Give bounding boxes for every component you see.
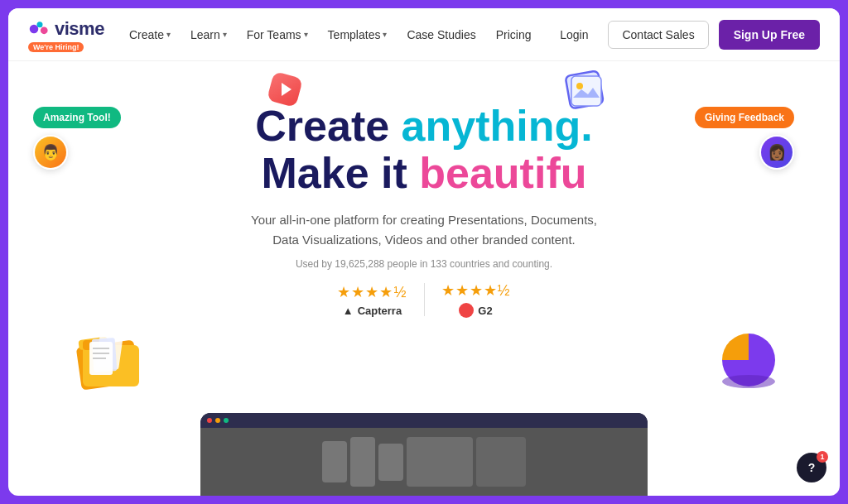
ratings-row: ★★★★½ ▲ Capterra ★★★★½ G2: [337, 281, 510, 318]
browser-frame: visme We're Hiring! Create ▾ Learn ▾ For…: [8, 8, 840, 496]
folder-float: [75, 327, 149, 396]
mock-content-col-1: [322, 441, 347, 482]
svg-point-18: [722, 375, 775, 388]
g2-label: G2: [478, 305, 492, 317]
nav-right: Login Contact Sales Sign Up Free: [550, 20, 820, 50]
mock-content-block: [407, 437, 473, 487]
help-notification-badge: 1: [817, 451, 828, 463]
svg-point-2: [41, 26, 48, 34]
chevron-down-icon: ▾: [223, 30, 227, 39]
navbar: visme We're Hiring! Create ▾ Learn ▾ For…: [8, 8, 840, 61]
nav-templates-label: Templates: [328, 28, 381, 41]
headline-anything: anything.: [402, 102, 593, 150]
amazing-tool-bubble: Amazing Tool! 👨: [33, 107, 121, 170]
nav-learn-label: Learn: [190, 28, 220, 41]
capterra-label: Capterra: [358, 305, 402, 317]
nav-case-studies[interactable]: Case Studies: [398, 22, 484, 48]
mock-dot-red: [207, 418, 212, 423]
logo[interactable]: visme: [28, 17, 104, 41]
nav-case-studies-label: Case Studies: [407, 28, 475, 41]
mock-content-block-2: [476, 437, 526, 487]
headline-beautiful: beautifu: [419, 149, 586, 197]
hero-title: Create anything. Make it beautifu: [255, 103, 592, 197]
g2-rating: ★★★★½ G2: [441, 281, 511, 318]
pie-chart-float: [716, 327, 782, 396]
mock-dot-green: [224, 418, 229, 423]
amazing-tool-label: Amazing Tool!: [33, 107, 121, 128]
giving-feedback-label: Giving Feedback: [695, 107, 794, 128]
chevron-down-icon: ▾: [304, 30, 308, 39]
avatar-image-left: 👨: [35, 137, 66, 168]
giving-feedback-bubble: Giving Feedback 👩🏾: [695, 107, 794, 170]
contact-sales-button[interactable]: Contact Sales: [608, 21, 708, 49]
nav-links: Create ▾ Learn ▾ For Teams ▾ Templates ▾…: [121, 22, 550, 48]
user-avatar-right: 👩🏾: [759, 135, 794, 170]
help-button[interactable]: ? 1: [797, 453, 826, 482]
capterra-rating: ★★★★½ ▲ Capterra: [337, 283, 407, 317]
logo-wordmark: visme: [55, 18, 104, 40]
hiring-badge: We're Hiring!: [28, 42, 84, 52]
mock-dot-yellow: [215, 418, 220, 423]
browser-mock-content: [200, 428, 648, 496]
nav-pricing-label: Pricing: [496, 28, 532, 41]
login-button[interactable]: Login: [550, 22, 598, 48]
nav-pricing[interactable]: Pricing: [488, 22, 540, 48]
help-label: ?: [808, 461, 816, 474]
capterra-stars: ★★★★½: [337, 283, 407, 301]
headline-make: Make it: [262, 149, 420, 197]
svg-point-0: [30, 24, 39, 33]
nav-for-teams-label: For Teams: [247, 28, 301, 41]
chevron-down-icon: ▾: [383, 30, 387, 39]
logo-area: visme We're Hiring!: [28, 17, 104, 52]
svg-point-1: [37, 22, 43, 27]
mock-content-col-3: [378, 444, 403, 481]
avatar-image-right: 👩🏾: [761, 137, 793, 168]
g2-logo: G2: [459, 303, 492, 318]
chevron-down-icon: ▾: [166, 30, 171, 39]
rating-divider: [424, 283, 425, 316]
svg-point-7: [576, 83, 583, 89]
browser-mockup: [200, 413, 648, 496]
nav-create[interactable]: Create ▾: [121, 22, 179, 48]
user-avatar-left: 👨: [33, 135, 68, 170]
hero-subtitle: Your all-in-one platform for creating Pr…: [250, 210, 598, 250]
capterra-logo: ▲ Capterra: [343, 305, 402, 317]
browser-mock-bar: [200, 413, 648, 428]
nav-templates[interactable]: Templates ▾: [320, 22, 396, 48]
headline-create: Create: [255, 102, 401, 150]
g2-stars: ★★★★½: [441, 281, 511, 300]
nav-learn[interactable]: Learn ▾: [182, 22, 235, 48]
hero-section: Amazing Tool! 👨 Giving Feedback 👩🏾 Creat…: [8, 61, 840, 496]
folder-icon: [75, 327, 149, 393]
hero-headline: Create anything. Make it beautifu: [255, 103, 592, 197]
nav-for-teams[interactable]: For Teams ▾: [238, 22, 316, 48]
mock-content-col-2: [350, 437, 375, 487]
capterra-icon: ▲: [343, 305, 354, 317]
hero-used-by: Used by 19,625,288 people in 133 countri…: [296, 258, 552, 270]
nav-create-label: Create: [129, 28, 164, 41]
g2-icon: [459, 303, 474, 318]
visme-logo-icon: [28, 17, 51, 41]
signup-button[interactable]: Sign Up Free: [719, 20, 820, 50]
pie-chart-icon: [716, 327, 782, 393]
